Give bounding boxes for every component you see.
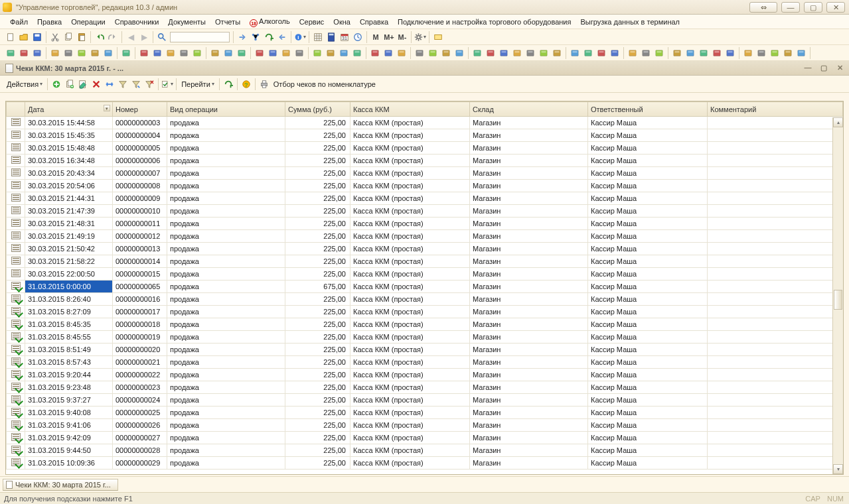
tool-icon-generic[interactable]: [151, 47, 163, 59]
add-icon[interactable]: [50, 78, 62, 90]
tool-icon-generic[interactable]: [414, 47, 425, 59]
grid-icon[interactable]: [312, 31, 324, 43]
tool-icon-generic[interactable]: [471, 47, 483, 59]
undo-icon[interactable]: [94, 31, 106, 43]
tool-icon-generic[interactable]: [209, 47, 221, 59]
search-icon[interactable]: [156, 31, 168, 43]
tool-icon-generic[interactable]: [222, 47, 234, 59]
actions-dropdown[interactable]: Действия▾: [4, 79, 45, 90]
network-icon[interactable]: [250, 31, 262, 43]
post-icon[interactable]: ▾: [161, 78, 173, 90]
edit-icon[interactable]: [77, 78, 89, 90]
tool-icon-generic[interactable]: [524, 47, 536, 59]
tool-icon-generic[interactable]: [31, 47, 43, 59]
clear-filter-icon[interactable]: [143, 78, 155, 90]
memory-mplus-button[interactable]: M+: [383, 31, 395, 43]
tool-icon-generic[interactable]: [293, 47, 305, 59]
tool-icon-generic[interactable]: [120, 47, 132, 59]
refresh-icon[interactable]: [222, 78, 234, 90]
switch-windows-button[interactable]: ⇔: [749, 2, 777, 13]
set-period-icon[interactable]: [104, 78, 116, 90]
tool-icon-generic[interactable]: [485, 47, 497, 59]
tool-icon-generic[interactable]: [538, 47, 550, 59]
copy-row-icon[interactable]: [64, 78, 76, 90]
tool-icon-generic[interactable]: [609, 47, 621, 59]
tool-icon-generic[interactable]: [498, 47, 510, 59]
link-back-icon[interactable]: [276, 31, 288, 43]
tool-icon-generic[interactable]: [311, 47, 323, 59]
tool-icon-generic[interactable]: [453, 47, 465, 59]
tool-icon-generic[interactable]: [427, 47, 439, 59]
tool-icon-generic[interactable]: [18, 47, 30, 59]
nav-back-icon[interactable]: ◀: [125, 31, 137, 43]
doc-close-button[interactable]: ✕: [833, 64, 846, 72]
save-file-icon[interactable]: [31, 31, 43, 43]
menu-hardware[interactable]: Подключение и настройка торгового оборуд…: [393, 17, 576, 27]
doc-minimize-button[interactable]: —: [801, 64, 814, 72]
search-input[interactable]: [170, 32, 230, 42]
tool-icon-generic[interactable]: [325, 47, 337, 59]
tool-icon-generic[interactable]: [267, 47, 279, 59]
menu-references[interactable]: Справочники: [110, 17, 164, 27]
tool-icon-generic[interactable]: [432, 31, 444, 43]
tool-icon-generic[interactable]: [653, 47, 665, 59]
menu-windows[interactable]: Окна: [329, 17, 355, 27]
tool-icon-generic[interactable]: [280, 47, 292, 59]
tool-icon-generic[interactable]: [755, 47, 767, 59]
link-next-icon[interactable]: [236, 31, 248, 43]
tool-icon-generic[interactable]: [795, 47, 807, 59]
tool-icon-generic[interactable]: [89, 47, 101, 59]
tool-icon-generic[interactable]: [711, 47, 723, 59]
tool-icon-generic[interactable]: [49, 47, 61, 59]
tool-icon-generic[interactable]: [236, 47, 248, 59]
goto-dropdown[interactable]: Перейти▾: [179, 79, 217, 90]
tool-icon-generic[interactable]: [698, 47, 710, 59]
tool-icon-generic[interactable]: [382, 47, 394, 59]
menu-operations[interactable]: Операции: [66, 17, 110, 27]
tool-icon-generic[interactable]: [627, 47, 639, 59]
tool-icon-generic[interactable]: [724, 47, 736, 59]
tool-icon-generic[interactable]: [671, 47, 683, 59]
memory-m-button[interactable]: M: [370, 31, 382, 43]
tool-icon-generic[interactable]: [165, 47, 177, 59]
help-icon[interactable]: ?: [240, 78, 252, 90]
tool-icon-generic[interactable]: [769, 47, 781, 59]
copy-icon[interactable]: [62, 31, 74, 43]
refresh-link-icon[interactable]: [263, 31, 275, 43]
tool-icon-generic[interactable]: [76, 47, 88, 59]
tool-icon-generic[interactable]: [62, 47, 74, 59]
tool-icon-generic[interactable]: [551, 47, 563, 59]
open-file-icon[interactable]: [18, 31, 30, 43]
clock-icon[interactable]: [352, 31, 364, 43]
delete-icon[interactable]: [90, 78, 102, 90]
redo-icon[interactable]: [107, 31, 119, 43]
tool-icon-generic[interactable]: [640, 47, 652, 59]
tool-icon-generic[interactable]: [569, 47, 581, 59]
info-icon[interactable]: i▾: [294, 31, 306, 43]
memory-mminus-button[interactable]: M-: [396, 31, 408, 43]
cut-icon[interactable]: [49, 31, 61, 43]
tool-icon-generic[interactable]: [338, 47, 350, 59]
printer-icon[interactable]: [258, 78, 270, 90]
tool-icon-generic[interactable]: [582, 47, 594, 59]
menu-service[interactable]: Сервис: [295, 17, 329, 27]
close-button[interactable]: ✕: [826, 2, 845, 13]
calendar-icon[interactable]: 31: [339, 31, 350, 43]
tool-icon-generic[interactable]: [440, 47, 452, 59]
filter-icon[interactable]: [117, 78, 129, 90]
calculator-icon[interactable]: [325, 31, 337, 43]
minimize-button[interactable]: —: [781, 2, 800, 13]
tool-icon-generic[interactable]: [191, 47, 203, 59]
tool-icon-generic[interactable]: [178, 47, 190, 59]
menu-alcohol[interactable]: 18Алкоголь: [245, 16, 295, 27]
menu-edit[interactable]: Правка: [33, 17, 66, 27]
menu-file[interactable]: Файл: [5, 17, 33, 27]
tool-icon-generic[interactable]: [396, 47, 408, 59]
tool-icon-generic[interactable]: [5, 47, 17, 59]
maximize-button[interactable]: ▢: [804, 2, 822, 13]
menu-terminal-export[interactable]: Выгрузка данных в терминал: [576, 17, 684, 27]
tool-icon-generic[interactable]: [742, 47, 754, 59]
doc-maximize-button[interactable]: ▢: [817, 64, 830, 72]
new-file-icon[interactable]: [5, 31, 17, 43]
tool-icon-generic[interactable]: [782, 47, 794, 59]
